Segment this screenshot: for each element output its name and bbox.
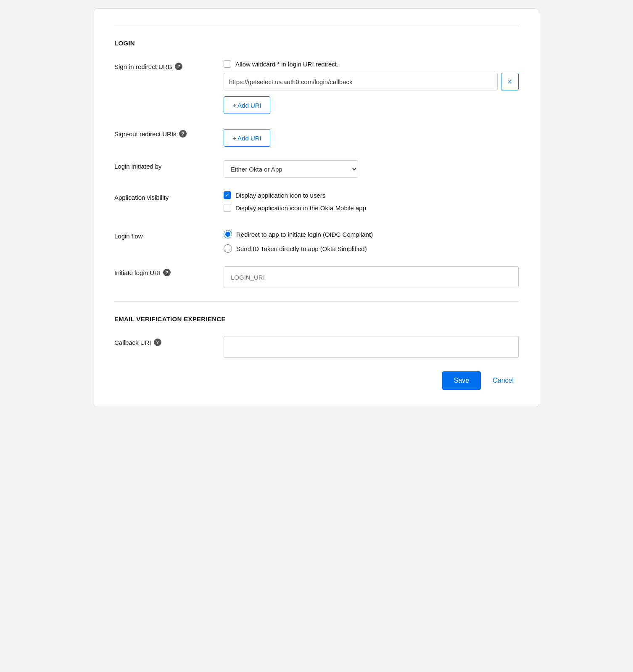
app-visibility-row: Application visibility Display applicati… <box>114 191 519 217</box>
login-initiated-select[interactable]: Either Okta or App Okta App <box>224 160 358 178</box>
sign-in-redirect-row: Sign-in redirect URIs ? Allow wildcard *… <box>114 60 519 114</box>
sign-in-uri-row: × <box>224 73 519 90</box>
remove-uri-button[interactable]: × <box>501 73 519 90</box>
sign-in-redirect-label: Sign-in redirect URIs ? <box>114 63 224 70</box>
add-sign-out-uri-button[interactable]: + Add URI <box>224 129 270 147</box>
app-visibility-controls: Display application icon to users Displa… <box>224 191 519 217</box>
callback-uri-label-col: Callback URI ? <box>114 336 224 346</box>
login-flow-controls: Redirect to app to initiate login (OIDC … <box>224 230 519 253</box>
display-icon-mobile-checkbox[interactable] <box>224 204 231 212</box>
display-icon-users-label: Display application icon to users <box>235 192 325 199</box>
callback-uri-controls <box>224 336 519 358</box>
section-separator <box>114 302 519 302</box>
visibility-option-2-row: Display application icon in the Okta Mob… <box>224 204 519 212</box>
wildcard-checkbox-row: Allow wildcard * in login URI redirect. <box>224 60 519 68</box>
initiate-login-uri-row: Initiate login URI ? <box>114 266 519 288</box>
callback-uri-input[interactable] <box>224 336 519 358</box>
sign-out-redirect-controls: + Add URI <box>224 127 519 147</box>
app-visibility-label: Application visibility <box>114 194 224 201</box>
sign-out-redirect-label: Sign-out redirect URIs ? <box>114 130 224 138</box>
login-initiated-row: Login initiated by Either Okta or App Ok… <box>114 160 519 178</box>
login-flow-label: Login flow <box>114 233 224 240</box>
redirect-to-app-label: Redirect to app to initiate login (OIDC … <box>236 231 373 238</box>
login-initiated-label-col: Login initiated by <box>114 160 224 170</box>
initiate-login-uri-input[interactable] <box>224 266 519 288</box>
initiate-login-uri-label: Initiate login URI ? <box>114 269 224 276</box>
login-flow-row: Login flow Redirect to app to initiate l… <box>114 230 519 253</box>
login-flow-option-1-row: Redirect to app to initiate login (OIDC … <box>224 230 519 238</box>
redirect-to-app-radio[interactable] <box>224 230 232 238</box>
login-initiated-controls: Either Okta or App Okta App <box>224 160 519 178</box>
sign-in-redirect-help-icon[interactable]: ? <box>175 63 182 70</box>
callback-uri-help-icon[interactable]: ? <box>154 339 161 346</box>
login-flow-label-col: Login flow <box>114 230 224 240</box>
login-flow-radio-group: Redirect to app to initiate login (OIDC … <box>224 230 519 253</box>
sign-out-redirect-row: Sign-out redirect URIs ? + Add URI <box>114 127 519 147</box>
cancel-button[interactable]: Cancel <box>488 371 519 390</box>
login-initiated-label: Login initiated by <box>114 163 224 170</box>
display-icon-mobile-label: Display application icon in the Okta Mob… <box>235 204 366 212</box>
wildcard-checkbox[interactable] <box>224 60 231 68</box>
visibility-option-1-row: Display application icon to users <box>224 191 519 199</box>
top-divider <box>114 26 519 26</box>
initiate-login-uri-help-icon[interactable]: ? <box>163 269 171 276</box>
display-icon-users-checkbox[interactable] <box>224 191 231 199</box>
sign-out-redirect-help-icon[interactable]: ? <box>179 130 187 138</box>
actions-row: Save Cancel <box>114 371 519 390</box>
initiate-login-uri-label-col: Initiate login URI ? <box>114 266 224 276</box>
login-section-title: LOGIN <box>114 40 519 47</box>
save-button[interactable]: Save <box>442 371 481 390</box>
sign-in-uri-input[interactable] <box>224 73 498 90</box>
wildcard-label: Allow wildcard * in login URI redirect. <box>235 61 338 68</box>
callback-uri-label: Callback URI ? <box>114 339 224 346</box>
send-id-token-radio[interactable] <box>224 244 232 253</box>
settings-card: LOGIN Sign-in redirect URIs ? Allow wild… <box>94 8 539 407</box>
send-id-token-label: Send ID Token directly to app (Okta Simp… <box>236 245 367 252</box>
app-visibility-label-col: Application visibility <box>114 191 224 201</box>
sign-in-redirect-controls: Allow wildcard * in login URI redirect. … <box>224 60 519 114</box>
sign-in-redirect-label-col: Sign-in redirect URIs ? <box>114 60 224 70</box>
add-sign-in-uri-button[interactable]: + Add URI <box>224 96 270 114</box>
login-flow-option-2-row: Send ID Token directly to app (Okta Simp… <box>224 244 519 253</box>
sign-out-redirect-label-col: Sign-out redirect URIs ? <box>114 127 224 138</box>
email-verification-section-title: EMAIL VERIFICATION EXPERIENCE <box>114 315 519 323</box>
initiate-login-uri-controls <box>224 266 519 288</box>
callback-uri-row: Callback URI ? <box>114 336 519 358</box>
